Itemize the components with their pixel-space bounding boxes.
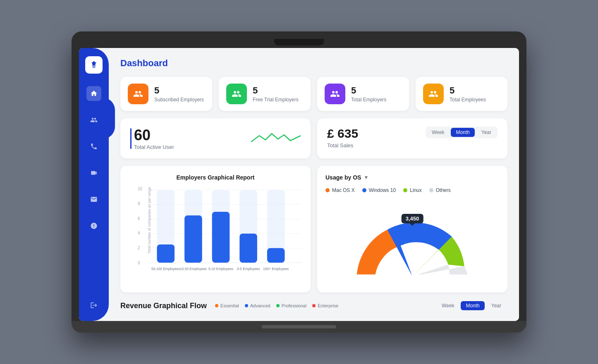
sidebar-item-alert[interactable]: [86, 218, 101, 233]
sales-period-year[interactable]: Year: [476, 128, 496, 137]
sidebar-logo: [85, 56, 103, 74]
y-label-6: 6: [138, 216, 142, 221]
sidebar-item-phone[interactable]: [86, 139, 101, 154]
revenue-period-week[interactable]: Week: [437, 301, 459, 310]
y-label-4: 4: [138, 231, 142, 235]
free-trial-info: 5 Free Trial Employers: [253, 85, 299, 103]
bar-chart-svg: 50-100 Employees 10-50 Employees 5-10 Em…: [149, 187, 302, 278]
active-users-info: 60 Total Active User: [134, 127, 174, 150]
sales-period-tabs: Week Month Year: [426, 127, 498, 138]
legend-item-linux: Linux: [403, 187, 422, 193]
revenue-title-area: Revenue Graphical Flow Essential Advance…: [120, 302, 338, 310]
total-employers-info: 5 Total Employers: [351, 85, 386, 103]
legend-dot-windows: [362, 188, 366, 192]
sales-top: £ 635 Total Sales Week Month Year: [327, 127, 498, 148]
revenue-header: Revenue Graphical Flow Essential Advance…: [120, 300, 507, 311]
legend-item-others: Others: [429, 187, 451, 193]
svg-rect-10: [184, 216, 202, 263]
donut-dropdown-arrow[interactable]: ▼: [364, 175, 368, 180]
total-employees-number: 5: [450, 85, 486, 96]
sidebar-item-users[interactable]: [86, 113, 101, 127]
svg-rect-16: [267, 248, 285, 263]
donut-legend: Mac OS X Windows 10 Linux Others: [325, 187, 499, 193]
sales-number: 635: [337, 127, 358, 140]
donut-chart-card: Usage by OS ▼ Mac OS X Windows 10: [317, 166, 507, 292]
y-label-2: 2: [138, 246, 142, 250]
laptop-base-inner: [262, 325, 336, 328]
sidebar-navigation: [86, 86, 101, 298]
revenue-title: Revenue Graphical Flow: [120, 302, 207, 310]
sales-period-month[interactable]: Month: [451, 128, 474, 137]
svg-text:10-50 Employees: 10-50 Employees: [180, 267, 207, 271]
sales-label: Total Sales: [327, 142, 358, 148]
svg-rect-22: [356, 275, 470, 280]
legend-item-macosx: Mac OS X: [325, 187, 355, 193]
donut-tooltip: 3,450: [402, 214, 423, 223]
svg-text:50-100 Employees: 50-100 Employees: [151, 267, 180, 271]
donut-header: Usage by OS ▼: [325, 174, 499, 181]
total-employers-number: 5: [351, 85, 386, 96]
rev-label-advanced: Advanced: [250, 303, 270, 308]
revenue-period-tabs: Week Month Year: [435, 300, 507, 311]
svg-rect-8: [157, 244, 175, 263]
legend-label-linux: Linux: [410, 187, 422, 193]
svg-rect-12: [212, 212, 230, 263]
active-users-card: 60 Total Active User: [120, 118, 311, 158]
y-label-10: 10: [138, 187, 142, 191]
legend-dot-linux: [403, 188, 407, 192]
page-title: Dashboard: [120, 58, 507, 69]
main-content: Dashboard 5 Subscribed Employers: [109, 48, 519, 321]
stat-cards: 5 Subscribed Employers 5 Free Trial Empl…: [120, 77, 507, 111]
sidebar-item-logout[interactable]: [86, 298, 101, 313]
subscribed-employers-icon: [128, 84, 148, 104]
sidebar-item-video[interactable]: [86, 165, 101, 180]
free-trial-icon: [226, 84, 247, 104]
sales-amount: £ 635: [327, 127, 358, 141]
rev-label-enterprise: Enterprise: [318, 303, 338, 308]
y-label-0: 0: [138, 261, 142, 265]
sales-period-week[interactable]: Week: [427, 128, 449, 137]
bar-chart-title: Employers Graphical Report: [129, 174, 302, 181]
svg-point-0: [92, 65, 96, 68]
y-label-8: 8: [138, 201, 142, 206]
revenue-period-month[interactable]: Month: [461, 301, 484, 310]
legend-dot-macosx: [325, 188, 330, 192]
rev-dot-essential: [215, 304, 218, 307]
bar-chart-card: Employers Graphical Report Total number …: [120, 166, 311, 292]
rev-legend-enterprise: Enterprise: [312, 303, 338, 308]
rev-dot-enterprise: [312, 304, 316, 307]
revenue-period-year[interactable]: Year: [486, 301, 506, 310]
bar-chart-inner: 0 2 4 6 8 10: [149, 187, 302, 279]
rev-legend-essential: Essential: [215, 303, 239, 308]
sales-info: £ 635 Total Sales: [327, 127, 358, 148]
free-trial-label: Free Trial Employers: [253, 97, 299, 103]
sidebar-item-mail[interactable]: [86, 192, 101, 207]
free-trial-number: 5: [253, 85, 299, 96]
svg-text:100+ Employees: 100+ Employees: [263, 267, 289, 271]
legend-label-others: Others: [436, 187, 451, 193]
rev-legend-professional: Professional: [276, 303, 307, 308]
svg-text:0-5 Employees: 0-5 Employees: [237, 267, 260, 271]
total-sales-card: £ 635 Total Sales Week Month Year: [317, 118, 507, 158]
revenue-legend: Essential Advanced Professional: [215, 303, 338, 308]
sales-prefix: £: [327, 127, 334, 140]
active-users-divider: 60 Total Active User: [130, 127, 174, 150]
sidebar-item-home[interactable]: [86, 86, 101, 101]
subscribed-employers-label: Subscribed Employers: [154, 97, 204, 103]
donut-title: Usage by OS: [325, 174, 361, 181]
laptop-base: [72, 321, 526, 333]
donut-container: 3,450: [325, 201, 499, 284]
legend-dot-others: [429, 188, 433, 192]
legend-item-windows: Windows 10: [362, 187, 396, 193]
stat-card-free-trial: 5 Free Trial Employers: [219, 77, 311, 111]
stat-card-total-employers: 5 Total Employers: [317, 77, 409, 111]
subscribed-employers-number: 5: [154, 85, 204, 96]
svg-text:5-10 Employees: 5-10 Employees: [208, 267, 233, 271]
total-employees-icon: [423, 84, 444, 104]
total-employers-icon: [325, 84, 345, 104]
rev-label-essential: Essential: [220, 303, 239, 308]
rev-dot-professional: [276, 304, 280, 307]
rev-legend-advanced: Advanced: [245, 303, 270, 308]
active-users-number: 60: [134, 127, 174, 144]
rev-label-professional: Professional: [282, 303, 307, 308]
